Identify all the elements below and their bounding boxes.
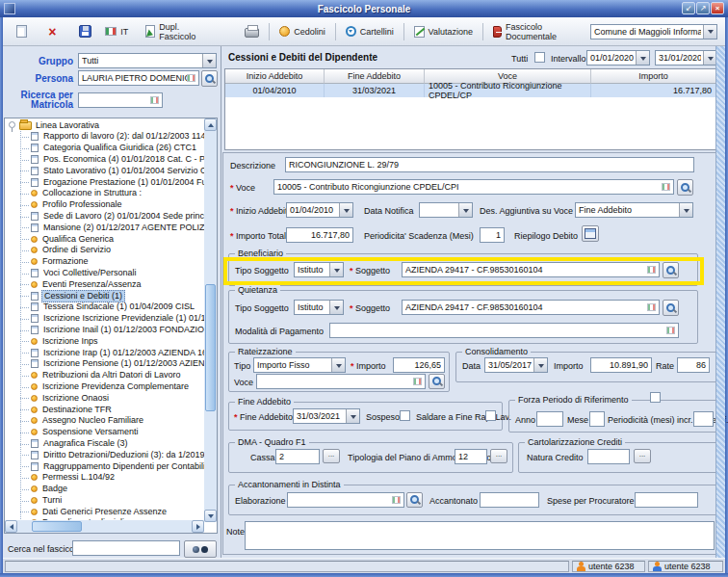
tree-item[interactable]: Badge	[5, 484, 217, 495]
chevron-down-icon[interactable]	[346, 409, 359, 423]
des-aggiuntiva-select[interactable]: Fine Addebito	[575, 202, 693, 218]
modalita-pagamento-input[interactable]	[329, 323, 679, 338]
tree-item[interactable]: Iscrizione Inps	[5, 335, 217, 347]
valutazione-button[interactable]: Valutazione	[410, 23, 477, 40]
rateizzazione-importo-input[interactable]: 126,65	[393, 357, 445, 373]
column-header[interactable]: Inizio Addebito	[225, 69, 325, 84]
persona-search-button[interactable]	[201, 70, 218, 87]
tipologia-lookup-button[interactable]	[490, 449, 507, 463]
tree-item[interactable]: Iscrizione Onaosi	[5, 392, 217, 404]
tree-item[interactable]: Raggruppamento Dipendenti per Contabiliz…	[5, 460, 217, 472]
scrollbar-thumb[interactable]	[205, 284, 216, 411]
tree-collapse-toggle[interactable]	[9, 121, 15, 128]
column-header[interactable]: Fine Addebito	[325, 69, 425, 84]
beneficiario-tipo-soggetto-select[interactable]: Istituto	[294, 262, 344, 277]
data-notifica-date[interactable]	[419, 202, 473, 218]
chevron-down-icon[interactable]	[703, 25, 716, 39]
chevron-down-icon[interactable]	[533, 358, 547, 372]
tree-item[interactable]: Eventi Presenza/Assenza	[5, 278, 217, 290]
scroll-up-icon[interactable]	[204, 118, 217, 131]
spese-procuratore-input[interactable]	[635, 492, 698, 508]
matricola-search-input[interactable]	[78, 92, 163, 108]
tree-item-cessioni-e-debiti[interactable]: Cessioni e Debiti (1)	[5, 290, 217, 302]
quietanza-soggetto-input[interactable]: AZIENDA 29417 - CF.98530160104	[402, 300, 660, 315]
tutti-checkbox[interactable]	[534, 52, 545, 63]
tree-item[interactable]: Diritto Detrazioni/Deduzioni (3): da 1/2…	[5, 449, 217, 460]
tree-item[interactable]: Iscrizione Pensione (1) 01/12/2003 AZIEN…	[5, 358, 217, 370]
tree-item[interactable]: Iscrizione Inail (1) 01/12/2003 FONDAZIO…	[5, 325, 217, 336]
close-icon[interactable]: ×	[711, 2, 724, 14]
tree-item[interactable]: Retribuzioni da Altri Datori di Lavoro	[5, 370, 217, 381]
tree-item[interactable]: Anagrafica Fiscale (3)	[5, 438, 217, 450]
save-button[interactable]	[75, 22, 95, 40]
scroll-down-icon[interactable]	[204, 510, 217, 522]
fascicolo-documentale-button[interactable]: Fascicolo Documentale	[489, 19, 590, 44]
tree-vertical-scrollbar[interactable]	[204, 118, 217, 522]
tree-item[interactable]: Dati Generici Presenze Assenze	[5, 506, 217, 517]
tree-item[interactable]: Turni	[5, 495, 217, 507]
scrollbar-thumb[interactable]	[32, 521, 82, 532]
anno-input[interactable]	[536, 411, 563, 427]
chevron-down-icon[interactable]	[636, 51, 649, 65]
tree-horizontal-scrollbar[interactable]	[5, 520, 204, 533]
cassa-lookup-button[interactable]	[323, 449, 340, 463]
chevron-down-icon[interactable]	[703, 51, 716, 65]
tree-item[interactable]: Sede di Lavoro (2) 01/01/2004 Sede princ…	[5, 211, 217, 223]
beneficiario-lookup-button[interactable]	[663, 262, 679, 278]
restore-down-icon[interactable]: ↙	[682, 2, 695, 14]
gruppo-select[interactable]: Tutti	[78, 53, 217, 68]
fine-addebito-date[interactable]: 31/03/2021	[293, 408, 360, 424]
tree-item[interactable]: Sospensione Versamenti	[5, 427, 217, 438]
periodicita-incr-input[interactable]	[693, 411, 714, 427]
note-textarea[interactable]	[245, 521, 715, 550]
natura-credito-lookup-button[interactable]	[634, 449, 651, 463]
sospeso-checkbox[interactable]	[400, 410, 410, 421]
tree-item[interactable]: Formazione	[5, 256, 217, 268]
consolidamento-data-date[interactable]: 31/05/2017	[484, 357, 548, 373]
scroll-right-icon[interactable]	[192, 520, 204, 533]
tree-item[interactable]: Stato Lavorativo (1) 01/01/2004 Servizio…	[5, 165, 217, 176]
elaborazione-input[interactable]	[287, 492, 404, 508]
voce-input[interactable]: 10005 - Contributo Ricongiunzione CPDEL/…	[273, 179, 674, 195]
chevron-down-icon[interactable]	[202, 54, 216, 67]
persona-field[interactable]: LAURIA PIETRO DOMENICO PTR - 21	[78, 70, 199, 86]
tree-item[interactable]: Pos. Economica (4) 01/01/2018 Cat. C - P…	[5, 154, 217, 166]
chevron-down-icon[interactable]	[458, 203, 472, 217]
tree-item[interactable]: Assegno Nucleo Familiare	[5, 415, 217, 427]
tree-item[interactable]: Mansione (2) 01/12/2017 AGENTE POLIZIA P…	[5, 222, 217, 233]
quietanza-tipo-soggetto-select[interactable]: Istituto	[294, 300, 344, 315]
cartellini-button[interactable]: Cartellini	[342, 23, 398, 39]
tipologia-piano-input[interactable]: 12	[455, 449, 487, 464]
intervallo-to-date[interactable]: 31/01/2020	[655, 50, 717, 66]
tree-item[interactable]: Categoria Qualifica Giuridica (26) CTC1	[5, 143, 217, 154]
voce-lookup-button[interactable]	[677, 179, 693, 196]
cedolini-button[interactable]: Cedolini	[275, 23, 329, 39]
tree-item[interactable]: Voci Collettive/Personali	[5, 268, 217, 279]
tree-root-linea-lavorativa[interactable]: Linea Lavorativa	[5, 118, 217, 131]
delete-button[interactable]: ×	[44, 23, 60, 40]
mese-input[interactable]	[589, 411, 605, 427]
importo-totale-input[interactable]: 16.717,80	[286, 227, 353, 243]
tree-item[interactable]: Iscrizione Previdenza Complementare	[5, 381, 217, 393]
duplica-fascicolo-button[interactable]: Dupl. Fascicolo	[142, 19, 216, 44]
intervallo-from-date[interactable]: 01/01/2020	[586, 50, 650, 66]
tree-item[interactable]: Rapporto di lavoro (2): dal 01/12/2003 1…	[5, 131, 217, 143]
tree-item[interactable]: Tessera Sindacale (1) 01/04/2009 CISL	[5, 302, 217, 313]
beneficiario-soggetto-input[interactable]: AZIENDA 29417 - CF.98530160104	[402, 262, 660, 277]
chevron-down-icon[interactable]	[679, 203, 692, 217]
tree-item[interactable]: Erogazione Prestazione (1) 01/01/2004 Fu…	[5, 176, 217, 188]
natura-credito-input[interactable]	[587, 449, 630, 464]
tree-item[interactable]: Qualifica Generica	[5, 233, 217, 245]
inizio-addebito-date[interactable]: 01/04/2010	[286, 202, 353, 218]
lang-it-button[interactable]: IT	[101, 24, 132, 39]
tree-item[interactable]: Iscrizione Iscrizione Previdenziale (1) …	[5, 313, 217, 325]
new-record-button[interactable]	[13, 22, 31, 40]
tree-item[interactable]: Ordine di Servizio	[5, 245, 217, 256]
column-header[interactable]: Importo	[591, 69, 715, 84]
consolidamento-importo-input[interactable]: 10.891,90	[590, 357, 652, 373]
rateizzazione-voce-input[interactable]	[256, 374, 426, 389]
forza-periodo-checkbox[interactable]	[650, 392, 661, 403]
scroll-left-icon[interactable]	[5, 520, 17, 533]
panel-scrollbar[interactable]	[715, 46, 725, 558]
chevron-down-icon[interactable]	[329, 263, 343, 276]
